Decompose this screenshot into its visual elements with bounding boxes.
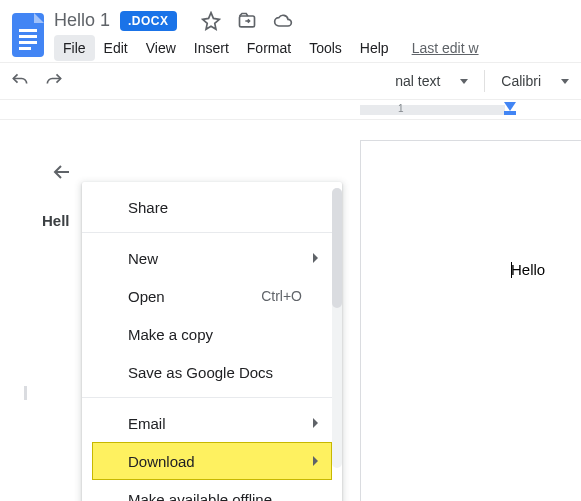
menu-item-shortcut: Ctrl+O bbox=[261, 288, 302, 304]
outline-panel: Hell bbox=[0, 120, 90, 501]
move-to-folder-icon[interactable] bbox=[237, 11, 257, 31]
chevron-down-icon bbox=[460, 79, 468, 84]
header: Hello 1 .DOCX File Edit View Insert Form… bbox=[0, 0, 581, 62]
file-menu-email[interactable]: Email bbox=[82, 404, 342, 442]
menu-item-label: Open bbox=[128, 288, 165, 305]
menu-help[interactable]: Help bbox=[351, 35, 398, 61]
toolbar-right: nal text Calibri bbox=[391, 70, 573, 92]
outline-heading[interactable]: Hell bbox=[42, 212, 70, 229]
dropdown-scrollbar[interactable] bbox=[332, 188, 342, 468]
scrollbar-thumb[interactable] bbox=[332, 188, 342, 308]
chevron-down-icon bbox=[561, 79, 569, 84]
file-menu-dropdown: Share New Open Ctrl+O Make a copy Save a… bbox=[82, 182, 342, 501]
paragraph-style-select[interactable]: nal text bbox=[391, 73, 472, 89]
back-arrow-icon[interactable] bbox=[50, 160, 74, 187]
submenu-caret-icon bbox=[313, 253, 318, 263]
document-title[interactable]: Hello 1 bbox=[54, 10, 110, 31]
title-icons bbox=[201, 11, 293, 31]
document-text-content: Hello bbox=[511, 261, 545, 278]
file-menu-share[interactable]: Share bbox=[82, 188, 342, 226]
redo-icon[interactable] bbox=[42, 69, 66, 93]
svg-rect-2 bbox=[19, 35, 37, 38]
title-row: Hello 1 .DOCX bbox=[54, 8, 573, 31]
menu-tools[interactable]: Tools bbox=[300, 35, 351, 61]
docx-badge: .DOCX bbox=[120, 11, 177, 31]
svg-rect-4 bbox=[19, 47, 31, 50]
file-menu-make-available-offline[interactable]: Make available offline bbox=[82, 480, 342, 501]
last-edit-link[interactable]: Last edit w bbox=[398, 35, 479, 61]
indent-first-line-icon[interactable] bbox=[504, 102, 516, 111]
menu-item-label: Make available offline bbox=[128, 491, 272, 502]
menu-insert[interactable]: Insert bbox=[185, 35, 238, 61]
undo-icon[interactable] bbox=[8, 69, 32, 93]
ruler-margin bbox=[360, 105, 505, 115]
content: Hell Hello Share New Open Ctrl+O Make a … bbox=[0, 120, 581, 501]
menu-format[interactable]: Format bbox=[238, 35, 300, 61]
submenu-caret-icon bbox=[313, 418, 318, 428]
menu-item-label: Download bbox=[128, 453, 195, 470]
star-icon[interactable] bbox=[201, 11, 221, 31]
menu-item-label: New bbox=[128, 250, 158, 267]
title-area: Hello 1 .DOCX File Edit View Insert Form… bbox=[54, 8, 573, 61]
menu-separator bbox=[82, 397, 342, 398]
file-menu-open[interactable]: Open Ctrl+O bbox=[82, 277, 342, 315]
cloud-status-icon[interactable] bbox=[273, 11, 293, 31]
indent-left-icon[interactable] bbox=[504, 111, 516, 115]
file-menu-download[interactable]: Download bbox=[92, 442, 332, 480]
font-select-label: Calibri bbox=[501, 73, 541, 89]
file-menu-new[interactable]: New bbox=[82, 239, 342, 277]
svg-rect-1 bbox=[19, 29, 37, 32]
document-text[interactable]: Hello bbox=[511, 261, 545, 278]
horizontal-ruler[interactable]: 1 bbox=[0, 100, 581, 120]
svg-rect-3 bbox=[19, 41, 37, 44]
submenu-caret-icon bbox=[313, 456, 318, 466]
toolbar: nal text Calibri bbox=[0, 62, 581, 100]
menu-item-label: Make a copy bbox=[128, 326, 213, 343]
paragraph-style-label: nal text bbox=[395, 73, 440, 89]
menu-separator bbox=[82, 232, 342, 233]
menu-file[interactable]: File bbox=[54, 35, 95, 61]
font-select[interactable]: Calibri bbox=[497, 73, 573, 89]
menubar: File Edit View Insert Format Tools Help … bbox=[54, 35, 573, 61]
ruler-label: 1 bbox=[398, 103, 404, 114]
menu-edit[interactable]: Edit bbox=[95, 35, 137, 61]
docs-logo[interactable] bbox=[8, 8, 48, 62]
file-menu-make-copy[interactable]: Make a copy bbox=[82, 315, 342, 353]
menu-item-label: Email bbox=[128, 415, 166, 432]
toolbar-separator bbox=[484, 70, 485, 92]
document-page[interactable]: Hello bbox=[360, 140, 581, 501]
outline-marker bbox=[24, 386, 27, 400]
file-menu-save-as-google-docs[interactable]: Save as Google Docs bbox=[82, 353, 342, 391]
menu-item-label: Save as Google Docs bbox=[128, 364, 273, 381]
menu-item-label: Share bbox=[128, 199, 168, 216]
menu-view[interactable]: View bbox=[137, 35, 185, 61]
